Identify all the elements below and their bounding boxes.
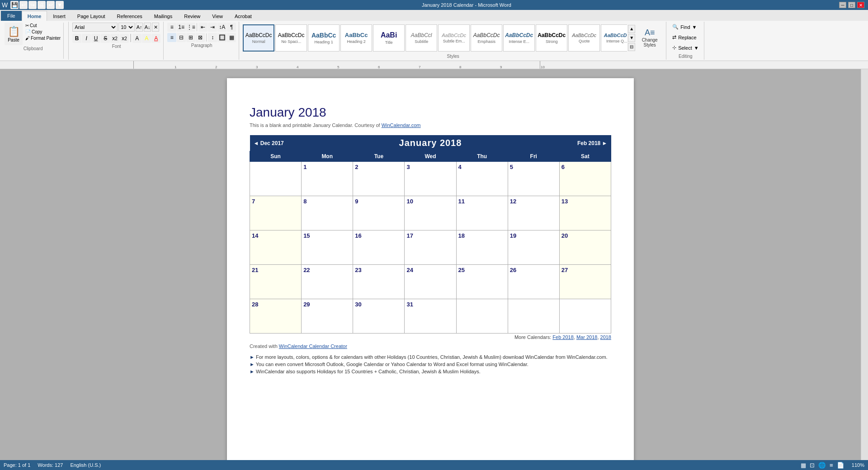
tab-file[interactable]: File [1,11,22,21]
qat-undo2[interactable]: ↩ [47,1,55,9]
bold-button[interactable]: B [72,34,81,43]
style-swatch-no-space[interactable]: AaBbCcDcNo Spaci... [275,24,307,52]
style-swatch-heading1[interactable]: AaBbCcHeading 1 [308,24,340,52]
line-spacing-button[interactable]: ↕ [208,33,217,42]
select-button[interactable]: ⊹ Select ▼ [670,43,701,52]
created-link[interactable]: WinCalendar Calendar Creator [279,343,347,349]
word-icon: W [2,1,8,9]
status-bar: Page: 1 of 1 Words: 127 English (U.S.) ▦… [0,460,868,470]
font-size-select[interactable]: 10 [118,23,135,32]
style-swatch-intense-e[interactable]: AaBbCcDcIntense E... [503,24,535,52]
day-number: 8 [303,198,307,205]
style-swatch-emphasis[interactable]: AaBbCcDcEmphasis [471,24,502,52]
paste-button[interactable]: 📋 Paste [5,23,23,45]
vertical-scrollbar[interactable] [861,69,868,470]
minimize-button[interactable]: ─ [839,2,846,8]
style-swatch-subtle-em[interactable]: AaBbCcDcSubtle Em... [438,24,470,52]
style-swatch-quote[interactable]: AaBbCcDcQuote [568,24,600,52]
clear-format-button[interactable]: ✕ [152,23,159,32]
footer-bullets: For more layouts, colors, options & for … [250,354,611,374]
change-styles-button[interactable]: A≡ ChangeStyles [636,27,663,49]
calendar-day-11: 11 [456,196,508,230]
tab-page-layout[interactable]: Page Layout [71,11,111,21]
day-number: 12 [510,198,516,205]
tab-view[interactable]: View [206,11,229,21]
shading-button[interactable]: 🔲 [217,33,226,42]
show-hide-button[interactable]: ¶ [227,23,236,32]
italic-button[interactable]: I [82,34,91,43]
ribbon-body: 📋 Paste ✂ Cut 📄 Copy 🖌 [0,21,868,61]
numbering-button[interactable]: 1≡ [177,23,186,32]
justify-button[interactable]: ⊠ [196,33,205,42]
day-number: 24 [406,267,413,273]
text-highlight-button[interactable]: A [142,34,151,43]
increase-indent-button[interactable]: ⇥ [208,23,217,32]
day-number: 13 [561,198,568,205]
font-name-select[interactable]: Arial [72,23,118,32]
style-swatch-heading2[interactable]: AaBbCcHeading 2 [340,24,372,52]
decrease-indent-button[interactable]: ⇤ [198,23,208,32]
style-swatch-strong[interactable]: AaBbCcDcStrong [536,24,567,52]
qat-print[interactable]: 🖨 [38,1,46,9]
change-styles-label: ChangeStyles [642,38,658,47]
day-header-sat: Sat [559,151,611,162]
replace-button[interactable]: ⇄ Replace [670,33,701,42]
tab-insert[interactable]: Insert [47,11,71,21]
editing-group-label: Editing [670,54,701,59]
multilevel-list-button[interactable]: ⋮≡ [186,23,195,32]
page-indicator: Page: 1 of 1 [4,462,30,468]
strikethrough-button[interactable]: S [101,34,110,43]
tab-review[interactable]: Review [178,11,206,21]
style-swatch-title[interactable]: AaBiTitle [373,24,405,52]
tab-references[interactable]: References [111,11,148,21]
bullet-item: WinCalendar also supports Holidays for 1… [250,369,611,374]
draft-btn[interactable]: 📄 [837,462,844,469]
calendar-day-15: 15 [302,230,353,265]
sort-button[interactable]: ↕A [217,23,226,32]
bullets-button[interactable]: ≡ [167,23,176,32]
align-center-button[interactable]: ⊟ [177,33,186,42]
calendar-week-4: 28293031 [250,299,611,334]
qat-redo[interactable]: ↪ [28,1,37,9]
format-painter-button[interactable]: 🖌 Format Painter [24,35,61,41]
qat-save[interactable]: 💾 [10,1,19,9]
qat-undo[interactable]: ↩ [19,1,28,9]
calendar-day-22: 22 [302,265,353,299]
calendar-day-21: 21 [250,265,302,299]
tab-mailings[interactable]: Mailings [148,11,178,21]
full-screen-btn[interactable]: ⊡ [810,462,815,469]
styles-scroll-down[interactable]: ▼ [628,34,635,42]
borders-button[interactable]: ▦ [227,33,236,42]
styles-more[interactable]: ⊟ [628,43,635,51]
copy-button[interactable]: 📄 Copy [24,29,61,35]
restore-button[interactable]: □ [848,2,855,8]
calendar-day-9: 9 [353,196,405,230]
outline-btn[interactable]: ≡ [830,462,833,469]
close-button[interactable]: ✕ [857,2,864,8]
subscript-button[interactable]: x2 [110,34,119,43]
print-layout-btn[interactable]: ▦ [801,462,806,469]
tab-home[interactable]: Home [22,11,47,21]
font-size-increase[interactable]: A↑ [136,23,143,32]
align-left-button[interactable]: ≡ [167,33,176,42]
style-swatch-subtitle[interactable]: AaBbCclSubtitle [406,24,437,52]
underline-button[interactable]: U [91,34,100,43]
calendar-day-23: 23 [353,265,405,299]
find-button[interactable]: 🔍 Find ▼ [670,23,701,31]
text-effects-button[interactable]: A [132,34,142,43]
prev-month-link[interactable]: ◄ Dec 2017 [254,140,284,146]
font-color-button[interactable]: A [151,34,160,43]
paste-label: Paste [8,38,19,42]
cut-button[interactable]: ✂ Cut [24,23,61,28]
qat-dropdown[interactable]: ▼ [56,1,64,9]
style-swatch-normal[interactable]: AaBbCcDcNormal [243,24,274,52]
font-size-decrease[interactable]: A↓ [144,23,151,32]
web-layout-btn[interactable]: 🌐 [818,462,826,469]
style-swatch-intense-q[interactable]: AaBbCcDcIntense Q... [601,24,627,52]
align-right-button[interactable]: ⊞ [186,33,195,42]
next-month-link[interactable]: Feb 2018 ► [577,140,608,146]
styles-scroll-up[interactable]: ▲ [628,25,635,33]
superscript-button[interactable]: x2 [120,34,129,43]
tab-acrobat[interactable]: Acrobat [229,11,258,21]
subtitle-link[interactable]: WinCalendar.com [382,122,421,128]
